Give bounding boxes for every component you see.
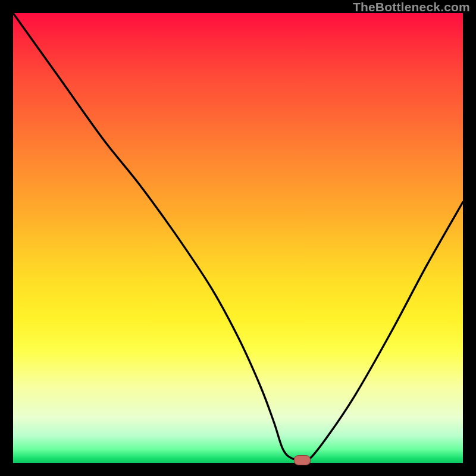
watermark-text: TheBottleneck.com — [353, 0, 470, 14]
chart-line-layer — [13, 13, 463, 463]
chart-frame: TheBottleneck.com — [0, 0, 476, 476]
bottleneck-curve — [13, 13, 463, 460]
optimal-point-marker — [294, 455, 311, 465]
